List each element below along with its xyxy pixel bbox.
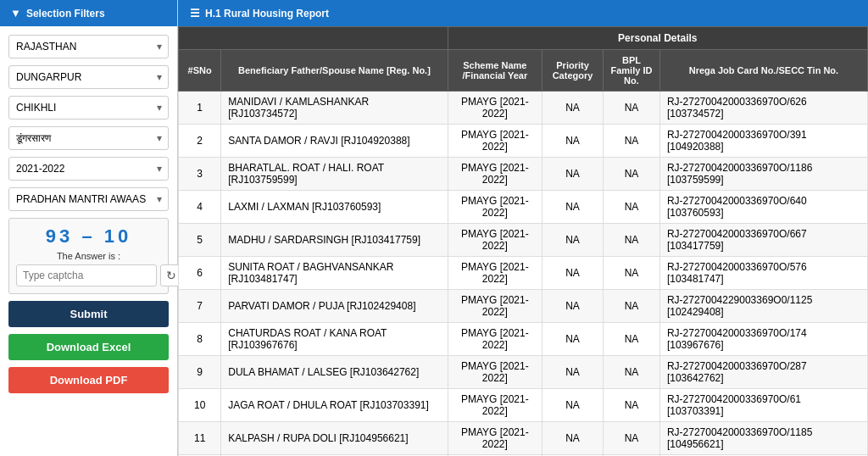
left-header: ▼ Selection Filters (0, 0, 177, 26)
captcha-label: The Answer is : (16, 251, 161, 261)
right-header-title: H.1 Rural Housing Report (205, 8, 329, 19)
captcha-number: 93 – 10 (16, 225, 161, 247)
table-row: 3BHARATLAL. ROAT / HALI. ROAT [RJ1037595… (179, 158, 868, 191)
table-row: 9DULA BHAMAT / LALSEG [RJ103642762]PMAYG… (179, 356, 868, 389)
col-header-5: Nrega Job Card No./SECC Tin No. (659, 50, 867, 92)
block-select-wrapper: CHIKHLI (8, 96, 169, 120)
captcha-input-row: ↻ (16, 264, 161, 286)
col-header-4: BPL Family ID No. (604, 50, 660, 92)
left-body: RAJASTHAN DUNGARPUR CHIKHLI डूंगरसारण 20… (0, 26, 177, 402)
scheme-select-wrapper: PRADHAN MANTRI AWAAS (8, 187, 169, 211)
table-row: 4LAXMI / LAXMAN [RJ103760593]PMAYG [2021… (179, 191, 868, 224)
submit-button[interactable]: Submit (8, 301, 169, 327)
table-row: 5MADHU / SARDARSINGH [RJ103417759]PMAYG … (179, 224, 868, 257)
state-select[interactable]: RAJASTHAN (8, 35, 169, 58)
panchayat-select-wrapper: डूंगरसारण (8, 126, 169, 150)
table-row: 8CHATURDAS ROAT / KANA ROAT [RJ103967676… (179, 323, 868, 356)
table-row: 1MANIDAVI / KAMLASHANKAR [RJ103734572]PM… (179, 92, 868, 125)
district-select[interactable]: DUNGARPUR (8, 65, 169, 89)
report-table: Personal Details #SNoBeneficiary Father/… (178, 26, 868, 456)
report-icon: ☰ (190, 7, 200, 19)
download-pdf-button[interactable]: Download PDF (8, 367, 169, 393)
col-header-0: #SNo (179, 50, 221, 92)
col-header-3: Priority Category (542, 50, 604, 92)
right-panel: ☰ H.1 Rural Housing Report Personal Deta… (178, 0, 868, 456)
table-row: 2SANTA DAMOR / RAVJI [RJ104920388]PMAYG … (179, 125, 868, 158)
col-header-1: Beneficiary Father/Spouse Name [Reg. No.… (221, 50, 448, 92)
filter-icon: ▼ (10, 7, 21, 19)
panchayat-select[interactable]: डूंगरसारण (8, 126, 169, 150)
left-header-title: Selection Filters (26, 8, 105, 19)
state-select-wrapper: RAJASTHAN (8, 35, 169, 58)
right-header: ☰ H.1 Rural Housing Report (178, 0, 868, 26)
table-row: 10JAGA ROAT / DHULA ROAT [RJ103703391]PM… (179, 389, 868, 422)
col-header-2: Scheme Name /Financial Year (448, 50, 542, 92)
year-select-wrapper: 2021-2022 (8, 157, 169, 181)
table-row: 6SUNITA ROAT / BAGHVANSANKAR [RJ10348174… (179, 257, 868, 290)
table-row: 11KALPASH / RUPA DOLI [RJ104956621]PMAYG… (179, 422, 868, 455)
year-select[interactable]: 2021-2022 (8, 157, 169, 181)
left-panel: ▼ Selection Filters RAJASTHAN DUNGARPUR … (0, 0, 178, 456)
personal-details-header: Personal Details (448, 27, 867, 50)
table-row: 7PARVATI DAMOR / PUJA [RJ102429408]PMAYG… (179, 290, 868, 323)
captcha-input[interactable] (16, 264, 157, 286)
captcha-box: 93 – 10 The Answer is : ↻ (8, 218, 169, 294)
block-select[interactable]: CHIKHLI (8, 96, 169, 120)
district-select-wrapper: DUNGARPUR (8, 65, 169, 89)
table-container[interactable]: Personal Details #SNoBeneficiary Father/… (178, 26, 868, 456)
scheme-select[interactable]: PRADHAN MANTRI AWAAS (8, 187, 169, 211)
download-excel-button[interactable]: Download Excel (8, 334, 169, 360)
